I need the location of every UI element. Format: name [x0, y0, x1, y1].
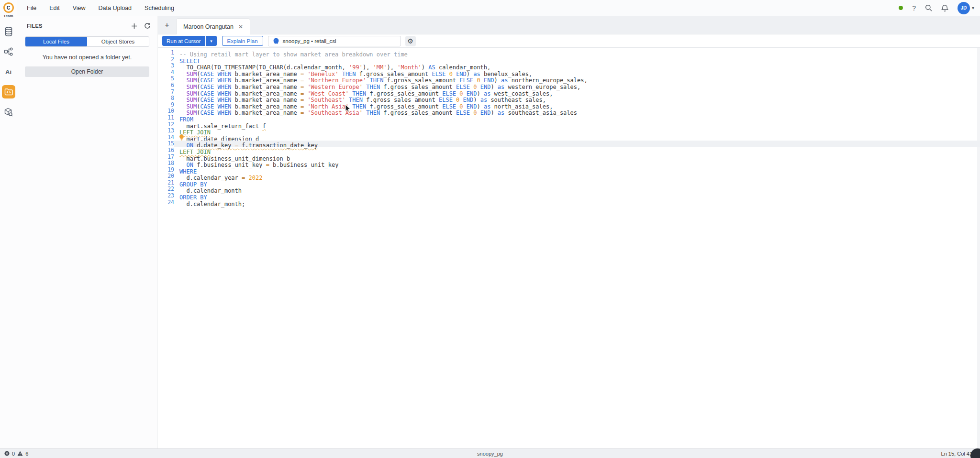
- menu-edit[interactable]: Edit: [49, 5, 60, 11]
- code-area: 1-- Using retail mart layer to show mark…: [158, 50, 980, 206]
- connection-settings-button[interactable]: ⚙: [405, 36, 416, 46]
- code-line-19[interactable]: 19WHERE: [158, 167, 980, 174]
- code-line-7[interactable]: 7 SUM(CASE WHEN b.market_area_name = 'We…: [158, 89, 980, 96]
- sidebar-item-lineage[interactable]: [2, 45, 15, 58]
- add-file-button[interactable]: [129, 21, 139, 31]
- code-line-13[interactable]: 13LEFT JOIN: [158, 128, 980, 134]
- open-folder-button[interactable]: Open Folder: [25, 66, 149, 77]
- sidebar-item-code-files[interactable]: [2, 85, 15, 98]
- app-edition-label: Team: [0, 14, 17, 18]
- code-editor[interactable]: 1-- Using retail mart layer to show mark…: [158, 48, 980, 448]
- connection-status-dot: [899, 6, 903, 10]
- ai-icon: Ai: [5, 68, 11, 76]
- line-number: 13: [158, 128, 174, 134]
- app-window: C Team Ai: [0, 0, 980, 458]
- chevron-down-icon: ▾: [972, 5, 974, 11]
- tab-maroon-orangutan[interactable]: Maroon Orangutan ✕: [176, 18, 250, 34]
- code-line-2[interactable]: 2SELECT: [158, 56, 980, 63]
- line-number: 24: [158, 199, 174, 206]
- line-number: 18: [158, 160, 174, 167]
- line-number: 12: [158, 121, 174, 128]
- app-logo[interactable]: C: [3, 2, 14, 13]
- connection-selector[interactable]: snoopy_pg • retail_csl: [268, 36, 401, 46]
- explain-plan-button[interactable]: Explain Plan: [222, 36, 263, 46]
- status-connection: snoopy_pg: [0, 451, 980, 457]
- search-icon[interactable]: [925, 4, 932, 11]
- code-line-10[interactable]: 10 SUM(CASE WHEN b.market_area_name = 'S…: [158, 108, 980, 115]
- gear-icon: ⚙: [407, 37, 413, 45]
- code-line-21[interactable]: 21GROUP BY: [158, 180, 980, 186]
- tab-local-files[interactable]: Local Files: [25, 37, 87, 46]
- line-number: 17: [158, 154, 174, 161]
- code-line-8[interactable]: 8 SUM(CASE WHEN b.market_area_name = 'So…: [158, 95, 980, 102]
- code-files-icon: [4, 88, 13, 96]
- code-line-4[interactable]: 4 SUM(CASE WHEN b.market_area_name = 'Be…: [158, 69, 980, 76]
- top-right-controls: ? JD ▾: [899, 2, 980, 14]
- menu-bar: FileEditViewData UploadScheduling: [17, 5, 174, 11]
- status-bar: 0 6 snoopy_pg Ln 15, Col 41: [0, 448, 980, 458]
- files-panel: FILES Local Files Object Stores You have…: [17, 16, 157, 448]
- tab-strip: + Maroon Orangutan ✕: [158, 16, 980, 34]
- help-icon[interactable]: ?: [912, 4, 916, 12]
- line-number: 4: [158, 69, 174, 76]
- code-line-15[interactable]: 15 ON d.date_key = f.transaction_date_ke…: [158, 141, 980, 147]
- editor-region: + Maroon Orangutan ✕ Run at Cursor ▾ Exp…: [158, 16, 980, 448]
- sidebar-item-database[interactable]: [2, 25, 15, 38]
- line-number: 16: [158, 147, 174, 154]
- sidebar-item-catalog[interactable]: [2, 105, 15, 119]
- run-at-cursor-button[interactable]: Run at Cursor: [162, 36, 205, 46]
- catalog-search-icon: [4, 108, 13, 117]
- code-line-20[interactable]: 20 d.calendar_year = 2022: [158, 173, 980, 180]
- code-line-22[interactable]: 22 d.calendar_month: [158, 186, 980, 193]
- code-line-6[interactable]: 6 SUM(CASE WHEN b.market_area_name = 'We…: [158, 82, 980, 89]
- new-tab-button[interactable]: +: [162, 17, 172, 33]
- avatar[interactable]: JD: [958, 2, 970, 14]
- line-number: 21: [158, 180, 174, 186]
- line-number: 8: [158, 95, 174, 102]
- run-options-dropdown[interactable]: ▾: [206, 36, 217, 46]
- line-number: 14: [158, 134, 174, 141]
- menu-scheduling[interactable]: Scheduling: [145, 5, 174, 11]
- code-line-17[interactable]: 17 mart.business_unit_dimension b: [158, 154, 980, 161]
- files-empty-message: You have not opened a folder yet.: [17, 54, 157, 61]
- mouse-cursor: [345, 104, 351, 113]
- line-number: 6: [158, 82, 174, 89]
- connection-label: snoopy_pg • retail_csl: [283, 38, 336, 44]
- code-line-5[interactable]: 5 SUM(CASE WHEN b.market_area_name = 'No…: [158, 76, 980, 82]
- refresh-files-button[interactable]: [143, 21, 152, 31]
- line-number: 20: [158, 173, 174, 180]
- line-number: 15: [158, 141, 174, 147]
- files-panel-title: FILES: [27, 23, 43, 29]
- user-menu[interactable]: JD ▾: [958, 2, 974, 14]
- code-line-1[interactable]: 1-- Using retail mart layer to show mark…: [158, 50, 980, 56]
- menu-data-upload[interactable]: Data Upload: [99, 5, 132, 11]
- code-line-23[interactable]: 23ORDER BY: [158, 193, 980, 199]
- line-number: 10: [158, 108, 174, 115]
- code-line-18[interactable]: 18 ON f.business_unit_key = b.business_u…: [158, 160, 980, 167]
- corner-widget[interactable]: [970, 448, 980, 458]
- line-number: 9: [158, 102, 174, 109]
- postgres-elephant-icon: [273, 38, 279, 44]
- database-icon: [4, 27, 13, 36]
- quickfix-lightbulb-icon[interactable]: [179, 134, 184, 141]
- code-line-11[interactable]: 11FROM: [158, 115, 980, 121]
- top-bar: FileEditViewData UploadScheduling ? JD ▾: [17, 0, 980, 16]
- refresh-icon: [144, 22, 151, 29]
- code-line-24[interactable]: 24 d.calendar_month;: [158, 199, 980, 206]
- code-line-3[interactable]: 3 TO_CHAR(TO_TIMESTAMP(TO_CHAR(d.calenda…: [158, 63, 980, 69]
- code-line-12[interactable]: 12 mart.sale_return_fact f: [158, 121, 980, 128]
- code-line-16[interactable]: 16LEFT JOIN: [158, 147, 980, 154]
- code-line-9[interactable]: 9 SUM(CASE WHEN b.market_area_name = 'No…: [158, 102, 980, 109]
- notifications-bell-icon[interactable]: [941, 4, 948, 12]
- sidebar-item-ai[interactable]: Ai: [2, 65, 15, 78]
- line-number: 11: [158, 115, 174, 121]
- tab-label: Maroon Orangutan: [183, 23, 234, 30]
- line-number: 7: [158, 89, 174, 96]
- line-number: 2: [158, 56, 174, 63]
- code-line-14[interactable]: 14 mart.date_dimension d: [158, 134, 980, 141]
- menu-view[interactable]: View: [73, 5, 86, 11]
- tab-object-stores[interactable]: Object Stores: [87, 37, 149, 46]
- editor-toolbar: Run at Cursor ▾ Explain Plan snoopy_pg •…: [158, 34, 980, 48]
- close-icon[interactable]: ✕: [238, 23, 243, 30]
- menu-file[interactable]: File: [27, 5, 36, 11]
